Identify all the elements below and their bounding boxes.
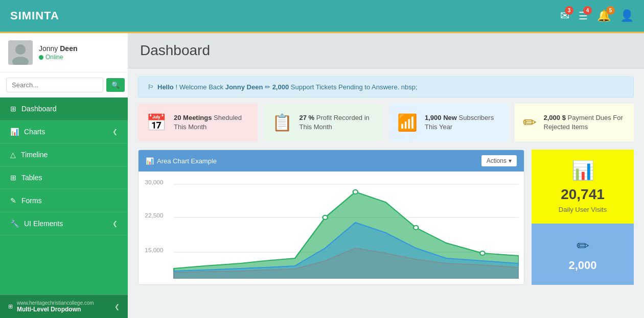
edit-number: 2,000 xyxy=(568,259,596,272)
svg-text:15,000: 15,000 xyxy=(145,248,163,253)
area-chart-svg: 30,000 22,500 15,000 xyxy=(144,177,519,279)
visits-label: Daily User Visits xyxy=(559,206,607,213)
welcome-name: Jonny Deen xyxy=(225,83,263,91)
charts-row: 📊 Area Chart Example Actions ▾ 30,000 22… xyxy=(138,150,634,285)
svg-text:22,500: 22,500 xyxy=(145,213,163,218)
dropdown-chevron-icon: ▾ xyxy=(509,157,512,164)
sidebar-item-label: Dashboard xyxy=(21,105,57,113)
chart-header: 📊 Area Chart Example Actions ▾ xyxy=(139,150,524,172)
profile-status: Online xyxy=(39,54,77,61)
content-area: Dashboard 🏳 Hello ! Welcome Back Jonny D… xyxy=(128,33,644,318)
edit-widget: ✏ 2,000 xyxy=(532,224,634,285)
profile-info: Jonny Deen Online xyxy=(39,44,77,61)
chevron-right-icon-2: ❮ xyxy=(112,220,118,227)
calendar-icon: 📅 xyxy=(146,113,167,132)
stat-card-subscribers: 📶 1,900 New Subscribers This Year xyxy=(389,104,509,141)
svg-point-10 xyxy=(353,190,358,194)
dashboard-icon: ⊞ xyxy=(10,105,16,113)
status-dot xyxy=(39,55,43,60)
svg-point-1 xyxy=(15,44,26,55)
forms-icon: ✎ xyxy=(10,197,16,205)
tables-icon: ⊞ xyxy=(10,174,16,182)
svg-point-11 xyxy=(413,226,418,230)
stat-card-profit: 📋 27 % Profit Recorded in This Month xyxy=(264,104,383,141)
sidebar-item-label: Tables xyxy=(21,174,42,182)
chevron-right-icon: ❮ xyxy=(112,128,118,135)
subscribers-icon: 📶 xyxy=(397,113,418,132)
stats-row: 📅 20 Meetings Sheduled This Month 📋 27 %… xyxy=(138,104,634,141)
main-layout: Jonny Deen Online 🔍 ⊞ Dashboard xyxy=(0,33,644,318)
sidebar-item-tables[interactable]: ⊞ Tables xyxy=(0,166,128,189)
search-input[interactable] xyxy=(6,78,103,92)
side-widgets: 📊 20,741 Daily User Visits ✏ 2,000 xyxy=(532,150,634,285)
sidebar-nav: ⊞ Dashboard 📊 Charts ❮ △ Timeline ⊞ xyxy=(0,97,128,295)
stat-profit-bold: 27 % xyxy=(300,114,315,121)
page-title: Dashboard xyxy=(140,42,632,59)
dropdown-icon: ⊞ xyxy=(8,303,13,310)
avatar xyxy=(8,40,33,65)
payment-icon: ✏ xyxy=(523,113,537,132)
search-button[interactable]: 🔍 xyxy=(106,78,125,92)
edit-icon: ✏ xyxy=(577,237,589,255)
charts-icon: 📊 xyxy=(10,128,19,136)
brand-logo: SIMINTA xyxy=(10,9,560,22)
stat-meetings-bold: 20 Meetings xyxy=(174,114,212,121)
welcome-hello: Hello xyxy=(157,83,174,91)
area-chart-panel: 📊 Area Chart Example Actions ▾ 30,000 22… xyxy=(138,150,524,285)
bell-nav-icon[interactable]: 🔔 5 xyxy=(597,9,611,22)
sidebar-item-label: Forms xyxy=(21,197,42,205)
email-nav-icon[interactable]: ✉ 3 xyxy=(560,9,569,22)
stat-card-payment: ✏ 2,000 $ Payment Dues For Rejected Item… xyxy=(515,104,634,141)
page-header: Dashboard xyxy=(128,33,644,68)
svg-text:30,000: 30,000 xyxy=(145,180,163,185)
sidebar-search: 🔍 xyxy=(0,72,128,97)
sidebar-item-forms[interactable]: ✎ Forms xyxy=(0,189,128,212)
ui-elements-icon: 🔧 xyxy=(10,219,19,228)
bar-chart-icon: 📊 xyxy=(571,160,594,181)
flag-icon: 🏳 xyxy=(148,83,154,91)
actions-button[interactable]: Actions ▾ xyxy=(481,155,517,166)
welcome-banner: 🏳 Hello ! Welcome Back Jonny Deen ✏ 2,00… xyxy=(138,77,634,97)
profit-icon: 📋 xyxy=(272,113,292,132)
welcome-count: 2,000 xyxy=(272,83,289,91)
user-nav-icon[interactable]: 👤 xyxy=(620,9,634,22)
timeline-icon: △ xyxy=(10,151,16,159)
stat-payment-bold: 2,000 $ xyxy=(544,114,566,121)
chart-body: 30,000 22,500 15,000 xyxy=(139,172,524,284)
list-nav-icon[interactable]: ☰ 4 xyxy=(579,9,588,22)
visits-number: 20,741 xyxy=(561,186,605,203)
email-badge: 3 xyxy=(565,6,573,15)
daily-visits-widget: 📊 20,741 Daily User Visits xyxy=(532,150,634,224)
sidebar-footer[interactable]: ⊞ www.heritagechristiancollege.com Multi… xyxy=(0,295,128,318)
profile-name: Jonny Deen xyxy=(39,44,77,53)
svg-point-12 xyxy=(480,251,485,255)
bell-badge: 5 xyxy=(606,6,615,15)
list-badge: 4 xyxy=(583,6,592,15)
navbar-icons: ✉ 3 ☰ 4 🔔 5 👤 xyxy=(560,9,634,22)
sidebar-item-charts[interactable]: 📊 Charts ❮ xyxy=(0,120,128,143)
sidebar-item-timeline[interactable]: △ Timeline xyxy=(0,143,128,166)
sidebar-item-dashboard[interactable]: ⊞ Dashboard xyxy=(0,97,128,120)
footer-chevron-icon: ❮ xyxy=(114,303,120,310)
chart-bar-icon: 📊 xyxy=(146,157,154,165)
navbar: SIMINTA ✉ 3 ☰ 4 🔔 5 👤 xyxy=(0,0,644,33)
user-icon: 👤 xyxy=(620,9,634,22)
stat-card-meetings: 📅 20 Meetings Sheduled This Month xyxy=(138,104,258,141)
sidebar-item-label: UI Elements xyxy=(24,219,63,228)
welcome-rest: Support Tickets Pending to Answere. nbsp… xyxy=(291,83,418,91)
svg-point-9 xyxy=(323,215,327,219)
sidebar-item-ui-elements[interactable]: 🔧 UI Elements ❮ xyxy=(0,212,128,235)
sidebar: Jonny Deen Online 🔍 ⊞ Dashboard xyxy=(0,33,128,318)
chart-title: Area Chart Example xyxy=(157,157,217,165)
sidebar-item-label: Timeline xyxy=(21,151,48,159)
stat-subs-bold: 1,900 New xyxy=(425,114,457,121)
sidebar-item-label: Charts xyxy=(24,128,45,136)
sidebar-profile: Jonny Deen Online xyxy=(0,33,128,72)
